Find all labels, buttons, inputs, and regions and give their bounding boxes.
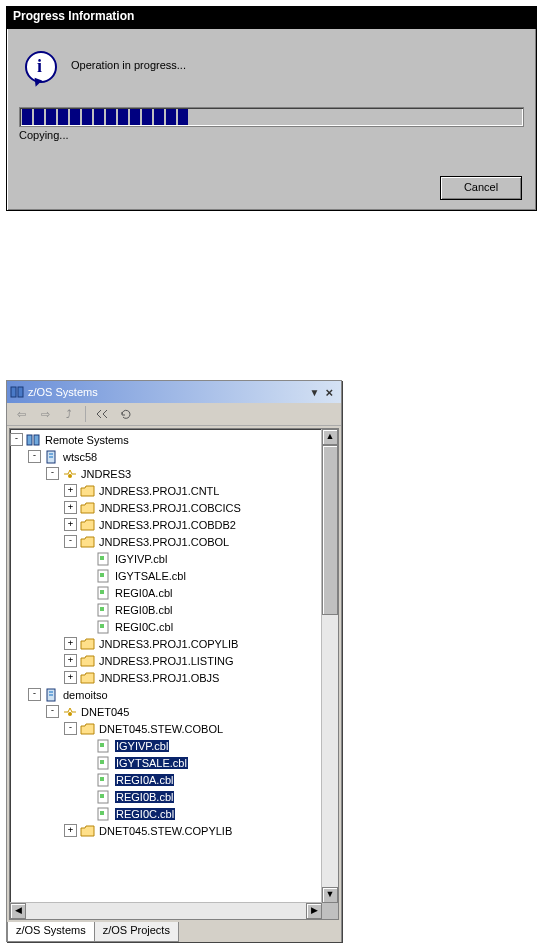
tree-node[interactable]: REGI0B.cbl <box>10 788 322 805</box>
collapse-icon[interactable]: - <box>64 722 77 735</box>
expand-icon[interactable]: + <box>64 637 77 650</box>
expander-placeholder <box>82 587 93 598</box>
horizontal-scrollbar[interactable]: ◀ ▶ <box>10 902 322 919</box>
expander-placeholder <box>82 808 93 819</box>
collapse-icon[interactable]: - <box>46 705 59 718</box>
tree-node[interactable]: IGYIVP.cbl <box>10 737 322 754</box>
svg-point-21 <box>68 712 72 716</box>
tree-node-label: DNET045 <box>81 706 129 718</box>
tree-node-label: JNDRES3.PROJ1.OBJS <box>99 672 219 684</box>
tree[interactable]: -Remote Systems-wtsc58-JNDRES3+JNDRES3.P… <box>10 429 322 903</box>
expand-icon[interactable]: + <box>64 501 77 514</box>
expand-icon[interactable]: + <box>64 671 77 684</box>
progress-segment <box>154 109 164 125</box>
tree-node[interactable]: -wtsc58 <box>10 448 322 465</box>
back-icon[interactable]: ⇦ <box>11 405 31 423</box>
progress-segment <box>34 109 44 125</box>
up-icon[interactable]: ⤴ <box>59 405 79 423</box>
info-icon: i <box>25 51 57 83</box>
collapse-icon[interactable]: - <box>28 450 41 463</box>
tree-node[interactable]: +JNDRES3.PROJ1.OBJS <box>10 669 322 686</box>
collapse-icon[interactable]: - <box>28 688 41 701</box>
tree-node[interactable]: +DNET045.STEW.COPYLIB <box>10 822 322 839</box>
tree-node[interactable]: -DNET045.STEW.COBOL <box>10 720 322 737</box>
view-icon <box>9 384 25 400</box>
view-close-icon[interactable]: × <box>321 385 337 400</box>
tree-node-label: JNDRES3.PROJ1.COBOL <box>99 536 229 548</box>
expand-icon[interactable]: + <box>64 484 77 497</box>
svg-rect-29 <box>100 794 104 798</box>
tree-node[interactable]: -Remote Systems <box>10 431 322 448</box>
toolbar: ⇦ ⇨ ⤴ <box>7 403 341 426</box>
tree-node[interactable]: +JNDRES3.PROJ1.COBCICS <box>10 499 322 516</box>
progress-segment <box>166 109 176 125</box>
tree-node-label: IGYIVP.cbl <box>115 740 169 752</box>
progress-segment <box>118 109 128 125</box>
scroll-thumb[interactable] <box>322 445 338 615</box>
tree-node[interactable]: +JNDRES3.PROJ1.LISTING <box>10 652 322 669</box>
refresh-icon[interactable] <box>116 405 136 423</box>
tab-zos-systems[interactable]: z/OS Systems <box>7 922 95 942</box>
tree-node[interactable]: -demoitso <box>10 686 322 703</box>
file-icon <box>96 586 112 600</box>
folder-icon <box>80 535 96 549</box>
scroll-right-icon[interactable]: ▶ <box>306 903 322 919</box>
svg-rect-27 <box>100 777 104 781</box>
scroll-left-icon[interactable]: ◀ <box>10 903 26 919</box>
svg-rect-13 <box>100 590 104 594</box>
svg-rect-0 <box>11 387 16 397</box>
collapse-icon[interactable]: - <box>46 467 59 480</box>
collapse-icon[interactable]: - <box>10 433 23 446</box>
tree-node[interactable]: REGI0A.cbl <box>10 771 322 788</box>
file-icon <box>96 790 112 804</box>
tree-node[interactable]: REGI0C.cbl <box>10 618 322 635</box>
tree-node[interactable]: -JNDRES3 <box>10 465 322 482</box>
connect-icon[interactable] <box>92 405 112 423</box>
tree-node[interactable]: REGI0C.cbl <box>10 805 322 822</box>
expand-icon[interactable]: + <box>64 518 77 531</box>
tree-node[interactable]: REGI0A.cbl <box>10 584 322 601</box>
tree-node[interactable]: IGYTSALE.cbl <box>10 567 322 584</box>
svg-rect-3 <box>34 435 39 445</box>
tree-node[interactable]: REGI0B.cbl <box>10 601 322 618</box>
tree-node[interactable]: IGYTSALE.cbl <box>10 754 322 771</box>
scroll-down-icon[interactable]: ▼ <box>322 887 338 903</box>
expander-placeholder <box>82 604 93 615</box>
zos-systems-view: z/OS Systems ▼ × ⇦ ⇨ ⤴ -Remote Systems-w… <box>6 380 342 942</box>
scroll-up-icon[interactable]: ▲ <box>322 429 338 445</box>
forward-icon[interactable]: ⇨ <box>35 405 55 423</box>
tree-node-label: REGI0A.cbl <box>115 587 172 599</box>
tree-node[interactable]: +JNDRES3.PROJ1.CNTL <box>10 482 322 499</box>
expand-icon[interactable]: + <box>64 824 77 837</box>
progress-dialog: Progress Information i Operation in prog… <box>6 6 537 211</box>
svg-rect-11 <box>100 573 104 577</box>
file-icon <box>96 773 112 787</box>
tree-node-label: REGI0B.cbl <box>115 604 172 616</box>
vertical-scrollbar[interactable]: ▲ ▼ <box>321 429 338 903</box>
view-menu-icon[interactable]: ▼ <box>308 387 322 398</box>
expand-icon[interactable]: + <box>64 654 77 667</box>
progress-bar <box>19 107 524 127</box>
file-icon <box>96 569 112 583</box>
expander-placeholder <box>82 774 93 785</box>
cancel-button[interactable]: Cancel <box>440 176 522 200</box>
tree-node[interactable]: +JNDRES3.PROJ1.COBDB2 <box>10 516 322 533</box>
tree-node-label: IGYTSALE.cbl <box>115 570 186 582</box>
svg-rect-25 <box>100 760 104 764</box>
folder-icon <box>80 637 96 651</box>
view-title: z/OS Systems <box>28 386 308 398</box>
collapse-icon[interactable]: - <box>64 535 77 548</box>
tree-node[interactable]: -DNET045 <box>10 703 322 720</box>
tree-node[interactable]: -JNDRES3.PROJ1.COBOL <box>10 533 322 550</box>
tree-node[interactable]: IGYIVP.cbl <box>10 550 322 567</box>
tree-node[interactable]: +JNDRES3.PROJ1.COPYLIB <box>10 635 322 652</box>
progress-segment <box>46 109 56 125</box>
folder-icon <box>80 824 96 838</box>
tab-zos-projects[interactable]: z/OS Projects <box>94 922 179 942</box>
progress-segment <box>70 109 80 125</box>
folder-icon <box>80 518 96 532</box>
progress-segment <box>22 109 32 125</box>
dialog-title: Progress Information <box>7 7 536 29</box>
folder-icon <box>80 654 96 668</box>
svg-rect-15 <box>100 607 104 611</box>
